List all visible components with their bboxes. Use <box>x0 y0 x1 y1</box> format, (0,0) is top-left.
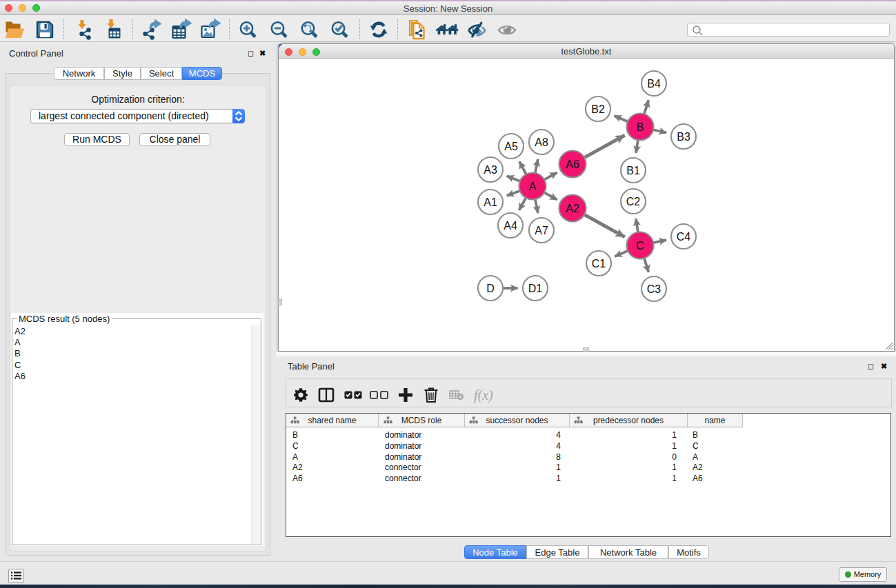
svg-text:A1: A1 <box>484 196 497 208</box>
svg-text:A8: A8 <box>535 136 548 148</box>
svg-text:A4: A4 <box>504 220 517 232</box>
svg-text:D1: D1 <box>528 283 543 294</box>
svg-text:A2: A2 <box>566 203 579 214</box>
svg-text:B2: B2 <box>591 103 605 115</box>
svg-text:C4: C4 <box>677 231 691 243</box>
svg-text:B4: B4 <box>647 78 661 90</box>
svg-text:C3: C3 <box>647 283 661 295</box>
svg-text:C1: C1 <box>592 258 606 270</box>
svg-text:D: D <box>486 283 495 294</box>
svg-text:B3: B3 <box>677 131 690 143</box>
svg-text:C2: C2 <box>626 196 641 207</box>
svg-text:A: A <box>529 181 537 192</box>
svg-text:A5: A5 <box>504 141 518 152</box>
svg-text:A6: A6 <box>566 159 579 170</box>
svg-text:B: B <box>637 121 644 133</box>
svg-text:A3: A3 <box>484 164 497 176</box>
svg-text:C: C <box>636 240 644 252</box>
svg-text:f(x): f(x) <box>474 387 493 403</box>
svg-text:A7: A7 <box>535 225 548 236</box>
svg-text:B1: B1 <box>626 165 640 176</box>
